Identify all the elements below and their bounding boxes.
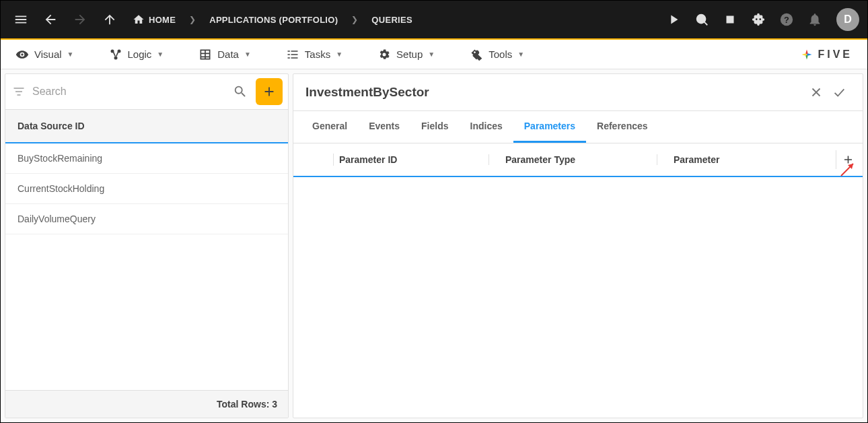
list-footer: Total Rows: 3 (5, 390, 288, 418)
back-icon[interactable] (38, 7, 63, 32)
plus-icon (262, 84, 277, 99)
add-parameter-button[interactable] (836, 150, 855, 169)
column-parameter-id[interactable]: Parameter ID (334, 154, 489, 165)
filter-icon[interactable] (11, 85, 27, 98)
search-row (5, 74, 288, 110)
run-search-icon[interactable] (690, 7, 714, 32)
breadcrumb-applications[interactable]: APPLICATIONS (PORTFOLIO) (204, 15, 343, 25)
chevron-down-icon: ▼ (244, 51, 251, 58)
detail-header: InvestmentBySector (293, 74, 863, 111)
help-icon[interactable]: ? (774, 7, 799, 32)
chevron-down-icon: ▼ (336, 51, 342, 58)
search-icon[interactable] (230, 84, 250, 99)
menu-tools[interactable]: Tools ▼ (460, 44, 534, 65)
table-icon (198, 48, 212, 61)
topbar-right: ? D (661, 7, 859, 32)
tasks-icon (286, 48, 299, 61)
main-area: Data Source ID BuyStockRemaining Current… (1, 69, 867, 422)
menu-visual[interactable]: Visual ▼ (6, 44, 83, 65)
right-panel: InvestmentBySector General Events Fields… (293, 73, 863, 418)
column-parameter[interactable]: Parameter (657, 154, 836, 165)
add-button[interactable] (256, 78, 283, 105)
left-panel: Data Source ID BuyStockRemaining Current… (5, 73, 289, 418)
list-column-header[interactable]: Data Source ID (5, 110, 288, 143)
tabs: General Events Fields Indices Parameters… (293, 111, 863, 143)
svg-rect-2 (727, 16, 734, 24)
detail-title: InvestmentBySector (305, 85, 805, 100)
tab-fields[interactable]: Fields (410, 111, 459, 143)
svg-point-7 (114, 56, 117, 59)
chevron-down-icon: ▼ (517, 51, 524, 58)
breadcrumb-home-label: HOME (149, 15, 176, 25)
brand: FIVE (800, 48, 862, 61)
menu-setup-label: Setup (396, 48, 423, 60)
chevron-down-icon: ▼ (157, 51, 164, 58)
play-icon[interactable] (661, 7, 686, 32)
column-parameter-type[interactable]: Parameter Type (489, 154, 657, 165)
tab-indices[interactable]: Indices (460, 111, 513, 143)
brand-logo-icon (800, 48, 813, 61)
chevron-down-icon: ▼ (428, 51, 435, 58)
list-body: BuyStockRemaining CurrentStockHolding Da… (5, 143, 288, 390)
chevron-right-icon: ❯ (349, 15, 361, 24)
close-button[interactable] (805, 81, 828, 104)
breadcrumb-queries[interactable]: QUERIES (366, 15, 418, 25)
parameter-table-header: Parameter ID Parameter Type Parameter (293, 143, 863, 177)
menu-data[interactable]: Data ▼ (189, 44, 260, 65)
menu-data-label: Data (217, 48, 239, 60)
menu-setup[interactable]: Setup ▼ (368, 44, 444, 65)
home-icon (133, 13, 145, 26)
menu-tasks[interactable]: Tasks ▼ (277, 44, 352, 65)
tab-events[interactable]: Events (358, 111, 410, 143)
chevron-right-icon: ❯ (186, 15, 198, 24)
menu-tools-label: Tools (489, 48, 512, 60)
svg-text:?: ? (784, 15, 789, 25)
chevron-down-icon: ▼ (67, 51, 74, 58)
plus-icon (842, 153, 855, 166)
tools-icon (470, 48, 483, 61)
avatar[interactable]: D (836, 8, 859, 31)
tab-general[interactable]: General (301, 111, 358, 143)
brand-label: FIVE (818, 48, 853, 61)
close-icon (809, 85, 824, 100)
tab-references[interactable]: References (586, 111, 659, 143)
list-item[interactable]: CurrentStockHolding (5, 174, 288, 204)
bell-icon[interactable] (803, 7, 827, 32)
menu-logic[interactable]: Logic ▼ (100, 44, 174, 65)
gear-icon (377, 48, 391, 61)
menu-tasks-label: Tasks (305, 48, 330, 60)
menu-logic-label: Logic (128, 48, 152, 60)
search-input[interactable] (32, 86, 225, 98)
up-icon[interactable] (98, 7, 122, 32)
confirm-button[interactable] (828, 81, 851, 104)
column-spacer (301, 154, 334, 166)
top-bar: HOME ❯ APPLICATIONS (PORTFOLIO) ❯ QUERIE… (1, 1, 867, 38)
hamburger-icon[interactable] (9, 7, 33, 32)
forward-icon (68, 7, 92, 32)
menu-visual-label: Visual (34, 48, 62, 60)
list-item[interactable]: BuyStockRemaining (5, 143, 288, 174)
svg-line-1 (704, 22, 708, 26)
stop-icon[interactable] (718, 7, 742, 32)
tab-parameters[interactable]: Parameters (513, 111, 586, 143)
eye-icon (15, 48, 29, 61)
list-item[interactable]: DailyVolumeQuery (5, 204, 288, 234)
avatar-initial: D (844, 13, 852, 26)
topbar-left: HOME ❯ APPLICATIONS (PORTFOLIO) ❯ QUERIE… (9, 7, 418, 32)
menu-bar: Visual ▼ Logic ▼ Data ▼ Tasks ▼ Setup ▼ … (1, 40, 867, 69)
logic-icon (109, 48, 122, 61)
check-icon (832, 85, 846, 100)
bot-icon[interactable] (746, 7, 770, 32)
breadcrumb-home[interactable]: HOME (127, 13, 181, 26)
